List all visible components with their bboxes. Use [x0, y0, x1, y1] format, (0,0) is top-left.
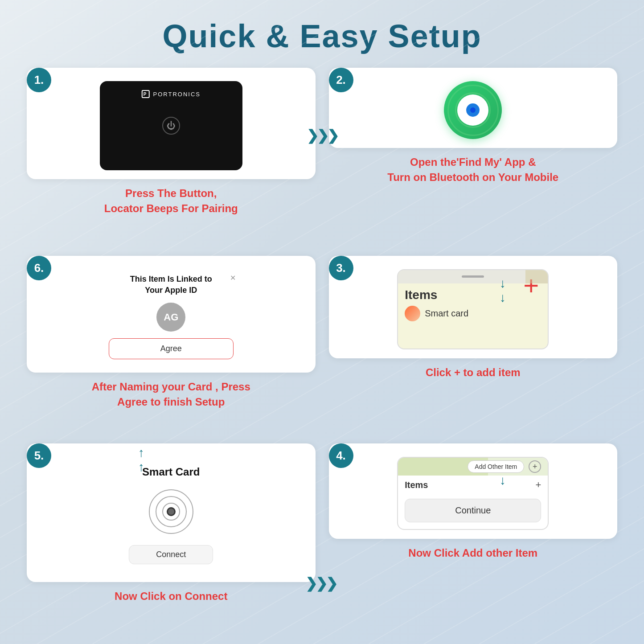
step4-items-label: Items — [405, 480, 428, 490]
radar-center — [167, 507, 176, 516]
device-logo: PORTRONICS — [142, 90, 201, 98]
smart-card-screen: Smart Card Connect — [100, 457, 242, 573]
arrow-step4-to-step5: ❮❮❮ — [307, 575, 337, 592]
smart-card-row: Smart card — [405, 306, 541, 321]
smart-card-icon — [405, 306, 420, 321]
step-5-cell: 5. Smart Card Connect Now Click on Conne… — [27, 443, 316, 618]
arrow-step2-to-step3: ↓↓ — [500, 276, 506, 305]
portronics-logo-icon — [142, 90, 150, 98]
step-2-description: Open the'Find My' App & Turn on Bluetoot… — [387, 155, 558, 185]
step-4-cell: 4. Add Other Item + Items + Continue Now… — [329, 443, 618, 618]
step-6-cell: 6. ✕ This Item Is Linked to Your Apple I… — [27, 256, 316, 431]
step-3-description: Click + to add item — [426, 365, 521, 380]
arrow-step5-to-step6: ↑↑ — [138, 446, 144, 474]
connect-button[interactable]: Connect — [129, 545, 213, 564]
step-4-card: Add Other Item + Items + Continue — [329, 443, 618, 539]
power-button-icon: ⏻ — [162, 117, 180, 135]
linked-apple-dialog: ✕ This Item Is Linked to Your Apple ID A… — [100, 269, 242, 364]
dot-center — [470, 107, 476, 113]
step4-items-plus[interactable]: + — [535, 479, 541, 491]
arrow-step1-to-step2: ❯❯❯ — [307, 127, 337, 144]
items-label: Items — [405, 288, 541, 302]
step-1-card: PORTRONICS ⏻ — [27, 68, 316, 179]
title-light: Quick & Easy — [162, 18, 388, 54]
step-6-badge: 6. — [27, 256, 51, 280]
add-circle-button[interactable]: + — [529, 460, 541, 473]
step-3-card: + Items Smart card — [329, 256, 618, 358]
linked-title: This Item Is Linked to Your Apple ID — [130, 274, 212, 296]
device-image: PORTRONICS ⏻ — [100, 81, 242, 170]
step-4-badge: 4. — [329, 443, 353, 468]
step-4-description: Now Click Add other Item — [408, 546, 537, 561]
brand-label: PORTRONICS — [153, 91, 201, 98]
close-icon[interactable]: ✕ — [230, 274, 236, 282]
add-other-item-button[interactable]: Add Other Item — [468, 460, 524, 473]
map-top-bar: + — [398, 270, 548, 283]
map-view: + Items Smart card — [397, 269, 549, 349]
step-2-card — [329, 68, 618, 148]
step-2-badge: 2. — [329, 68, 353, 92]
step-2-cell: 2. Open the'Find My' App & Turn on Bluet… — [329, 68, 618, 242]
step-5-card: Smart Card Connect — [27, 443, 316, 582]
agree-button[interactable]: Agree — [109, 338, 234, 359]
smart-card-label: Smart card — [425, 308, 468, 319]
continue-button[interactable]: Continue — [405, 499, 541, 522]
step-1-description: Press The Button, Locator Beeps For Pair… — [104, 186, 238, 216]
step-5-badge: 5. — [27, 443, 51, 468]
title-bold: Setup — [388, 18, 482, 54]
step-5-description: Now Click on Connect — [115, 589, 227, 604]
find-my-inner-circle — [457, 94, 488, 126]
step4-items-row: Items + — [398, 476, 548, 494]
radar-icon — [144, 485, 198, 538]
step-1-badge: 1. — [27, 68, 51, 92]
step-3-badge: 3. — [329, 256, 353, 280]
step-6-card: ✕ This Item Is Linked to Your Apple ID A… — [27, 256, 316, 373]
step-3-cell: 3. + Items Smart card Click + to add — [329, 256, 618, 431]
step-6-description: After Naming your Card , Press Agree to … — [92, 379, 250, 409]
avatar: AG — [156, 303, 185, 332]
smart-card-title: Smart Card — [142, 466, 200, 478]
step4-dialog: Add Other Item + Items + Continue — [397, 457, 549, 530]
map-road-deco — [525, 270, 548, 283]
step-1-cell: 1. PORTRONICS ⏻ Press The Button, Locato… — [27, 68, 316, 242]
drag-handle — [462, 275, 484, 278]
find-my-icon — [444, 81, 502, 139]
page-title: Quick & Easy Setup — [0, 0, 644, 68]
step4-map-bar: Add Other Item + — [398, 458, 548, 476]
find-my-dot — [466, 103, 480, 117]
